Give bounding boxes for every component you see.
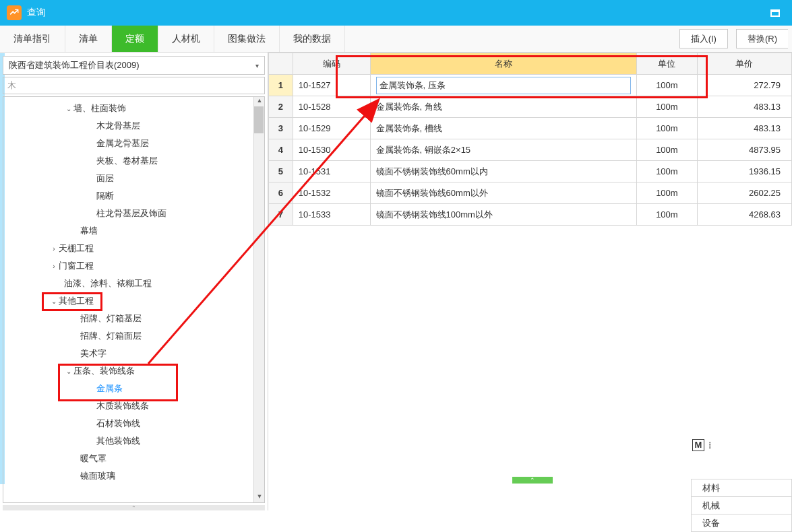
scroll-thumb[interactable] [254, 106, 264, 133]
tree-node[interactable]: 美术字 [3, 345, 264, 362]
bottom-row-machine[interactable]: 机械 [692, 497, 792, 514]
cell-code[interactable]: 10-1531 [293, 161, 370, 182]
tree-node[interactable]: 幕墙 [3, 222, 264, 240]
catalog-dropdown[interactable]: 陕西省建筑装饰工程价目表(2009) ▾ [3, 56, 265, 75]
cell-price[interactable]: 4268.63 [697, 204, 791, 226]
cell-unit[interactable]: 100m [637, 75, 697, 96]
tree-node[interactable]: 木质装饰线条 [3, 397, 264, 415]
cell-name[interactable]: 金属装饰条, 槽线 [370, 118, 637, 139]
cell-name[interactable]: 镜面不锈钢装饰线60mm以内 [370, 161, 637, 182]
tree-node[interactable]: 隔断 [3, 187, 264, 205]
table-row[interactable]: 2 10-1528 金属装饰条, 角线 100m 483.13 [269, 96, 792, 118]
cell-code[interactable]: 10-1529 [293, 118, 370, 139]
bottom-row-equip[interactable]: 设备 [692, 514, 792, 532]
tab-list[interactable]: 清单 [65, 26, 112, 52]
row-number: 1 [269, 75, 293, 96]
row-number: 2 [269, 96, 293, 118]
table-row[interactable]: 6 10-1532 镜面不锈钢装饰线60mm以外 100m 2602.25 [269, 182, 792, 204]
tree-node[interactable]: 夹板、卷材基层 [3, 152, 264, 170]
tree-node[interactable]: 暖气罩 [3, 450, 264, 467]
cell-price[interactable]: 1936.15 [697, 161, 791, 182]
window-title: 查询 [27, 7, 765, 19]
tree-node-wall[interactable]: ⌄墙、柱面装饰 [3, 100, 264, 117]
category-tree[interactable]: ⌄墙、柱面装饰 木龙骨基层 金属龙骨基层 夹板、卷材基层 面层 隔断 柱龙骨基层… [3, 97, 264, 502]
tree-node[interactable]: 面层 [3, 170, 264, 187]
tree-node-other[interactable]: ⌄其他工程 [3, 292, 264, 310]
table-row[interactable]: 7 10-1533 镜面不锈钢装饰线100mm以外 100m 4268.63 [269, 204, 792, 226]
left-panel: 陕西省建筑装饰工程价目表(2009) ▾ 木 ⌄墙、柱面装饰 木龙骨基层 金属龙… [0, 53, 268, 510]
cell-price[interactable]: 4873.95 [697, 139, 791, 161]
bottom-collapse-handle[interactable]: ⌃ [512, 477, 553, 484]
replace-button[interactable]: 替换(R) [736, 29, 788, 48]
tree-node[interactable]: 金属龙骨基层 [3, 135, 264, 152]
tree-node[interactable]: 其他装饰线 [3, 432, 264, 450]
cell-price[interactable]: 483.13 [697, 96, 791, 118]
insert-button[interactable]: 插入(I) [679, 29, 728, 48]
cell-unit[interactable]: 100m [637, 96, 697, 118]
tree-node-paint[interactable]: 油漆、涂料、裱糊工程 [3, 275, 264, 292]
cell-code[interactable]: 10-1532 [293, 182, 370, 204]
cell-unit[interactable]: 100m [637, 139, 697, 161]
tree-node[interactable]: 招牌、灯箱面层 [3, 327, 264, 345]
cell-price[interactable]: 2602.25 [697, 182, 791, 204]
mode-dots-icon[interactable]: ⁞ [708, 440, 711, 451]
cell-name[interactable]: 金属装饰条, 角线 [370, 96, 637, 118]
tree-node[interactable]: 镜面玻璃 [3, 467, 264, 485]
price-header[interactable]: 单价 [697, 53, 791, 75]
tab-guide[interactable]: 清单指引 [0, 26, 65, 52]
cell-name[interactable]: 金属装饰条, 铜嵌条2×15 [370, 139, 637, 161]
cell-price[interactable]: 272.79 [697, 75, 791, 96]
right-panel: 编码 名称 单位 单价 1 10-1527 金属装饰条, 压条 100m 272… [268, 53, 792, 510]
tree-node-gold[interactable]: 金属条 [3, 380, 264, 397]
tab-atlas[interactable]: 图集做法 [214, 26, 280, 52]
chevron-down-icon: ▾ [255, 62, 259, 69]
tree-node[interactable]: 木龙骨基层 [3, 117, 264, 135]
cell-code[interactable]: 10-1527 [293, 75, 370, 96]
cell-unit[interactable]: 100m [637, 204, 697, 226]
tree-node[interactable]: 石材装饰线 [3, 415, 264, 432]
panel-collapse-handle[interactable]: ⌃ [3, 505, 265, 510]
cell-code[interactable]: 10-1530 [293, 139, 370, 161]
scroll-up-icon[interactable]: ▲ [255, 97, 264, 106]
tree-node[interactable]: 柱龙骨基层及饰面 [3, 205, 264, 222]
tab-resource[interactable]: 人材机 [158, 26, 214, 52]
tree-node-strip[interactable]: ⌄压条、装饰线条 [3, 362, 264, 380]
tab-quota[interactable]: 定额 [112, 26, 158, 52]
tree-node-ceiling[interactable]: ›天棚工程 [3, 240, 264, 257]
name-header[interactable]: 名称 [370, 53, 637, 75]
cell-name[interactable]: 镜面不锈钢装饰线100mm以外 [370, 204, 637, 226]
cell-unit[interactable]: 100m [637, 182, 697, 204]
mode-m-icon[interactable]: M [692, 439, 704, 451]
cell-price[interactable]: 483.13 [697, 118, 791, 139]
cell-unit[interactable]: 100m [637, 161, 697, 182]
app-icon [7, 5, 22, 20]
cell-name[interactable]: 金属装饰条, 压条 [370, 75, 637, 96]
table-row[interactable]: 5 10-1531 镜面不锈钢装饰线60mm以内 100m 1936.15 [269, 161, 792, 182]
chevron-down-icon: ⌄ [49, 298, 59, 305]
results-table: 编码 名称 单位 单价 1 10-1527 金属装饰条, 压条 100m 272… [268, 53, 792, 226]
cell-code[interactable]: 10-1533 [293, 204, 370, 226]
titlebar: 查询 [0, 0, 792, 26]
table-row[interactable]: 4 10-1530 金属装饰条, 铜嵌条2×15 100m 4873.95 [269, 139, 792, 161]
tree-node[interactable]: 招牌、灯箱基层 [3, 310, 264, 327]
code-header[interactable]: 编码 [293, 53, 370, 75]
row-number: 4 [269, 139, 293, 161]
scroll-down-icon[interactable]: ▼ [255, 493, 264, 502]
tree-scrollbar[interactable]: ▲ ▼ [253, 97, 264, 502]
tab-mydata[interactable]: 我的数据 [280, 26, 345, 52]
search-input[interactable]: 木 [3, 77, 265, 94]
bottom-panel: 材料 机械 设备 [691, 479, 792, 532]
chevron-right-icon: › [49, 245, 59, 253]
cell-unit[interactable]: 100m [637, 118, 697, 139]
table-row[interactable]: 1 10-1527 金属装饰条, 压条 100m 272.79 [269, 75, 792, 96]
search-value: 木 [7, 79, 16, 92]
table-row[interactable]: 3 10-1529 金属装饰条, 槽线 100m 483.13 [269, 118, 792, 139]
unit-header[interactable]: 单位 [637, 53, 697, 75]
cell-name[interactable]: 镜面不锈钢装饰线60mm以外 [370, 182, 637, 204]
dropdown-text: 陕西省建筑装饰工程价目表(2009) [9, 59, 255, 71]
restore-icon[interactable] [765, 6, 785, 20]
name-input[interactable]: 金属装饰条, 压条 [376, 77, 632, 94]
bottom-row-material[interactable]: 材料 [692, 479, 792, 497]
cell-code[interactable]: 10-1528 [293, 96, 370, 118]
tree-node-door[interactable]: ›门窗工程 [3, 257, 264, 275]
